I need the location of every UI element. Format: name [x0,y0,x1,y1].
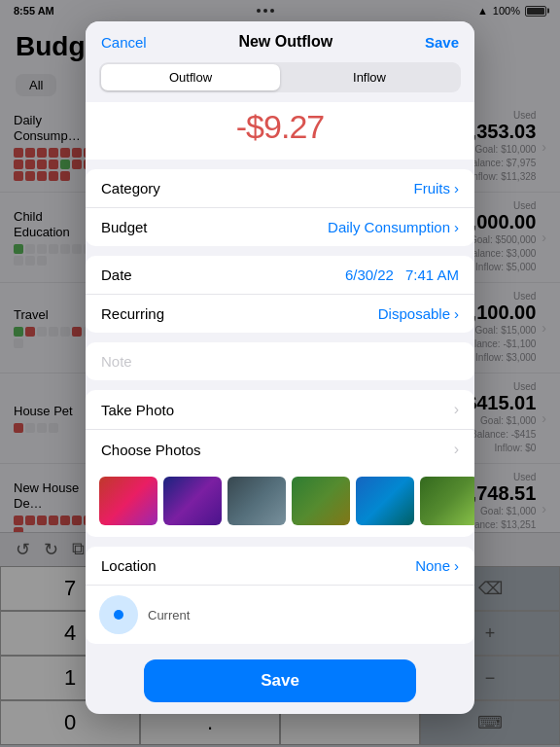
cancel-button[interactable]: Cancel [101,34,147,51]
date-recurring-section: Date 6/30/22 7:41 AM Recurring Disposabl… [86,256,474,333]
category-value[interactable]: Fruits › [414,180,460,196]
modal-header: Cancel New Outflow Save [86,21,474,58]
map-dot [114,610,123,620]
map-label: Current [148,608,190,622]
recurring-label: Recurring [101,305,164,322]
location-label: Location [101,557,157,574]
note-input[interactable]: Note [86,342,474,380]
photo-thumbnail[interactable] [292,477,350,525]
budget-label: Budget [101,219,148,235]
inflow-tab[interactable]: Inflow [280,64,459,90]
location-value-text: None [415,557,450,574]
save-button[interactable]: Save [144,659,416,702]
date-label: Date [101,267,132,283]
budget-value-text: Daily Consumption [328,219,450,235]
header-save-button[interactable]: Save [425,34,459,51]
photo-thumbnail[interactable] [228,477,286,525]
recurring-value-text: Disposable [378,305,450,322]
location-section: Location None › Current [86,547,474,644]
category-row[interactable]: Category Fruits › [86,169,474,208]
choose-photos-label: Choose Photos [101,442,201,458]
category-budget-section: Category Fruits › Budget Daily Consumpti… [86,169,474,246]
recurring-row[interactable]: Recurring Disposable › [86,295,474,333]
budget-row[interactable]: Budget Daily Consumption › [86,208,474,246]
budget-value[interactable]: Daily Consumption › [328,219,459,235]
save-button-wrapper: Save [86,654,474,714]
new-outflow-modal: Cancel New Outflow Save Outflow Inflow -… [86,21,474,714]
recurring-chevron-icon: › [454,305,459,322]
location-chevron-icon: › [454,557,459,574]
location-row[interactable]: Location None › [86,547,474,586]
amount-section: -$9.27 [86,102,474,160]
map-circle [99,595,138,634]
photo-thumbnail[interactable] [356,477,414,525]
category-value-text: Fruits [414,180,451,196]
photo-thumbnail[interactable] [163,477,222,525]
amount-value: -$9.27 [101,108,459,146]
budget-chevron-icon: › [454,219,459,235]
photo-actions: Take Photo › Choose Photos › [86,390,474,469]
category-chevron-icon: › [454,180,459,196]
recurring-value[interactable]: Disposable › [378,305,459,322]
location-value[interactable]: None › [415,557,459,574]
note-section: Note [86,342,474,380]
date-value-text: 6/30/22 [345,267,394,283]
choose-photos-row[interactable]: Choose Photos › [86,430,474,469]
time-value-text: 7:41 AM [405,267,459,283]
date-row[interactable]: Date 6/30/22 7:41 AM [86,256,474,295]
photo-thumbnail[interactable] [420,477,474,525]
photos-scroll[interactable] [86,469,474,537]
transaction-type-segment[interactable]: Outflow Inflow [99,62,461,92]
photo-thumbnail[interactable] [99,477,158,525]
take-photo-row[interactable]: Take Photo › [86,390,474,430]
outflow-tab[interactable]: Outflow [101,64,280,90]
choose-photos-chevron-icon: › [454,441,459,458]
date-value[interactable]: 6/30/22 7:41 AM [345,267,459,283]
location-map: Current [86,586,474,644]
photos-section: Take Photo › Choose Photos › [86,390,474,537]
take-photo-chevron-icon: › [454,401,459,418]
take-photo-label: Take Photo [101,402,174,418]
modal-title: New Outflow [238,33,332,51]
category-label: Category [101,180,160,196]
